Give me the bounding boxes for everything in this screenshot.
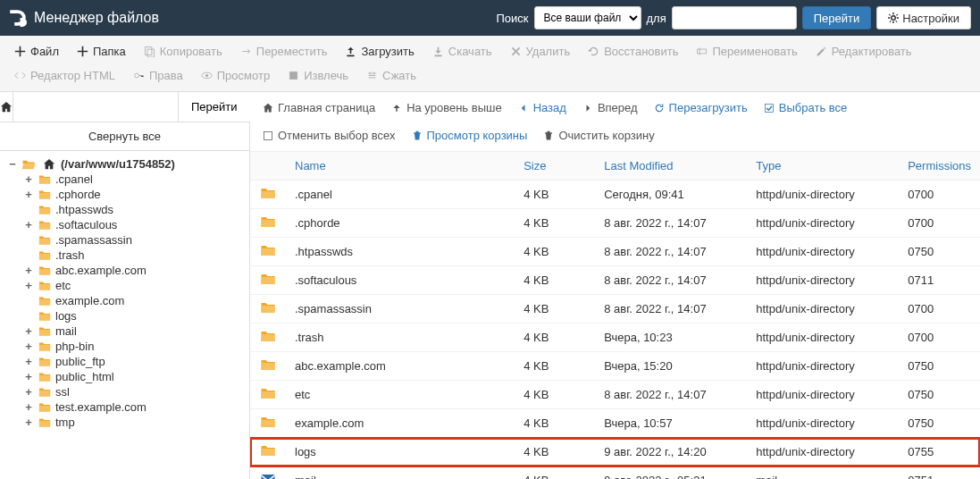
path-go-button[interactable]: Перейти xyxy=(178,92,250,122)
col-perms[interactable]: Permissions xyxy=(899,152,980,181)
tree-item[interactable]: +php-bin xyxy=(16,339,249,354)
sidebar: Перейти Свернуть все − (/var/www/u175485… xyxy=(0,92,250,479)
cell-name: .cpanel xyxy=(286,181,515,209)
expand-icon[interactable]: + xyxy=(23,355,34,368)
reload-button[interactable]: Перезагрузить xyxy=(647,96,755,120)
tree-root[interactable]: − (/var/www/u1754852) xyxy=(0,156,249,172)
search-go-button[interactable]: Перейти xyxy=(802,6,872,29)
home-button[interactable]: Главная страница xyxy=(255,96,382,120)
tree-item[interactable]: +.cphorde xyxy=(16,187,249,202)
table-row[interactable]: .softaculous4 KB8 авг. 2022 г., 14:07htt… xyxy=(250,266,980,295)
expand-icon[interactable]: + xyxy=(23,264,34,277)
move-button: Переместить xyxy=(231,39,337,63)
expand-icon[interactable]: + xyxy=(23,370,34,383)
cell-perms: 0750 xyxy=(899,352,980,381)
cell-modified: Сегодня, 09:41 xyxy=(595,181,747,209)
folder-icon xyxy=(38,371,52,383)
expand-icon[interactable]: + xyxy=(23,416,34,429)
edit-button: Редактировать xyxy=(807,39,921,63)
tree-item[interactable]: +.softaculous xyxy=(16,217,249,232)
collapse-icon[interactable]: − xyxy=(7,157,18,171)
forward-icon xyxy=(582,103,593,113)
top-bar: Менеджер файлов Поиск Все ваши файлы для… xyxy=(0,0,980,36)
expand-icon[interactable]: + xyxy=(23,324,34,338)
forward-button[interactable]: Вперед xyxy=(575,96,645,120)
tree-item[interactable]: example.com xyxy=(16,293,249,308)
collapse-all-button[interactable]: Свернуть все xyxy=(0,122,249,151)
cell-size: 4 KB xyxy=(515,295,595,324)
home-button[interactable] xyxy=(0,92,13,122)
expand-icon[interactable]: + xyxy=(23,400,34,414)
table-row[interactable]: .trash4 KBВчера, 10:23httpd/unix-directo… xyxy=(250,324,980,352)
tree-item[interactable]: .htpasswds xyxy=(16,202,249,217)
uncheck-icon xyxy=(263,130,273,141)
upload-button[interactable]: Загрузить xyxy=(336,39,423,63)
viewtrash-button[interactable]: Просмотр корзины xyxy=(405,123,535,147)
cell-type: httpd/unix-directory xyxy=(747,438,899,466)
folder-icon xyxy=(259,186,277,200)
path-input[interactable] xyxy=(13,92,178,122)
tree-item[interactable]: logs xyxy=(16,308,249,324)
expand-icon[interactable]: + xyxy=(23,340,34,353)
search-scope-select[interactable]: Все ваши файлы xyxy=(534,6,641,29)
cell-type: httpd/unix-directory xyxy=(747,238,899,266)
cell-modified: 9 авг. 2022 г., 05:31 xyxy=(595,466,747,480)
tree-item[interactable]: +public_html xyxy=(16,369,249,384)
tree-item[interactable]: +mail xyxy=(16,324,249,339)
expand-icon[interactable]: + xyxy=(23,188,34,201)
cell-perms: 0750 xyxy=(899,381,980,409)
expand-icon[interactable]: + xyxy=(23,172,34,186)
tree-item[interactable]: .trash xyxy=(16,248,249,263)
search-for-label: для xyxy=(647,12,666,25)
table-row[interactable]: mail4 KB9 авг. 2022 г., 05:31mail0751 xyxy=(250,466,980,480)
main-toolbar: ФайлПапкаКопироватьПереместитьЗагрузитьС… xyxy=(0,36,980,92)
table-row[interactable]: abc.example.com4 KBВчера, 15:20httpd/uni… xyxy=(250,352,980,381)
cell-size: 4 KB xyxy=(515,409,595,438)
folder-icon xyxy=(38,386,52,399)
up-button[interactable]: На уровень выше xyxy=(384,96,509,120)
col-type[interactable]: Type xyxy=(747,152,899,181)
col-name[interactable]: Name xyxy=(286,152,515,181)
deselect-button[interactable]: Отменить выбор всех xyxy=(255,123,403,147)
tree-item[interactable]: .spamassassin xyxy=(16,232,249,248)
table-row[interactable]: logs4 KB9 авг. 2022 г., 14:20httpd/unix-… xyxy=(250,438,980,466)
back-button[interactable]: Назад xyxy=(511,96,574,120)
trash-icon xyxy=(412,130,423,141)
folder-icon xyxy=(259,443,277,458)
folder-icon xyxy=(38,340,52,353)
table-row[interactable]: .cphorde4 KB8 авг. 2022 г., 14:07httpd/u… xyxy=(250,209,980,238)
col-modified[interactable]: Last Modified xyxy=(595,152,747,181)
cell-name: abc.example.com xyxy=(286,352,515,381)
table-row[interactable]: .htpasswds4 KB8 авг. 2022 г., 14:07httpd… xyxy=(250,238,980,266)
emptytrash-button[interactable]: Очистить корзину xyxy=(536,123,661,147)
settings-button[interactable]: Настройки xyxy=(876,6,971,29)
cell-perms: 0700 xyxy=(899,209,980,238)
tree-item-label: mail xyxy=(55,324,77,338)
tree-item-label: public_html xyxy=(55,370,114,383)
plus-icon xyxy=(77,46,88,57)
file-button[interactable]: Файл xyxy=(5,39,68,63)
expand-icon[interactable]: + xyxy=(23,279,34,292)
expand-icon[interactable]: + xyxy=(23,218,34,231)
tree-item[interactable]: +test.example.com xyxy=(16,399,249,415)
folder-icon xyxy=(259,300,277,315)
home-icon xyxy=(263,103,273,113)
selectall-button[interactable]: Выбрать все xyxy=(757,96,854,120)
tree-item[interactable]: +abc.example.com xyxy=(16,263,249,278)
tree-item[interactable]: +.cpanel xyxy=(16,172,249,187)
col-size[interactable]: Size xyxy=(515,152,595,181)
table-row[interactable]: .cpanel4 KBСегодня, 09:41httpd/unix-dire… xyxy=(250,181,980,209)
tree-item[interactable]: +tmp xyxy=(16,415,249,430)
folder-button[interactable]: Папка xyxy=(68,39,135,63)
expand-icon[interactable]: + xyxy=(23,385,34,399)
table-row[interactable]: etc4 KB8 авг. 2022 г., 14:07httpd/unix-d… xyxy=(250,381,980,409)
search-input[interactable] xyxy=(672,6,797,29)
cell-modified: Вчера, 10:23 xyxy=(595,324,747,352)
table-row[interactable]: example.com4 KBВчера, 10:57httpd/unix-di… xyxy=(250,409,980,438)
folder-icon xyxy=(38,189,52,201)
tree-item[interactable]: +etc xyxy=(16,278,249,293)
tree-item[interactable]: +public_ftp xyxy=(16,354,249,369)
tree-item[interactable]: +ssl xyxy=(16,384,249,399)
table-row[interactable]: .spamassassin4 KB8 авг. 2022 г., 14:07ht… xyxy=(250,295,980,324)
tree-item-label: public_ftp xyxy=(55,355,105,368)
